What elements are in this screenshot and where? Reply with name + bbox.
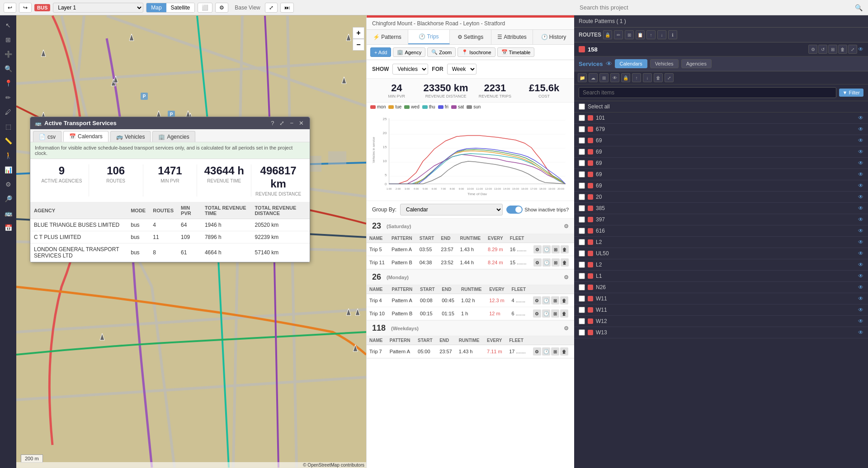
route-checkbox[interactable]: [579, 295, 585, 302]
list-item[interactable]: L1 👁: [574, 271, 868, 282]
settings-button[interactable]: ⚙: [215, 3, 228, 13]
route-checkbox[interactable]: [579, 262, 585, 268]
toggle-inactive-trips[interactable]: Show inactive trips?: [506, 206, 569, 214]
forward-button[interactable]: ⏭: [280, 3, 294, 13]
route-checkbox[interactable]: [579, 149, 585, 155]
route-158-expand-btn[interactable]: ⤢: [848, 45, 857, 54]
routes-lock-icon[interactable]: 🔒: [603, 30, 612, 39]
day-gear-icon[interactable]: ⚙: [564, 274, 569, 281]
filter-button[interactable]: ▼ Filter: [839, 89, 863, 97]
list-item[interactable]: 69 👁: [574, 135, 868, 146]
routes-edit-icon[interactable]: ✏: [614, 30, 623, 39]
trip-settings-btn[interactable]: ⚙: [533, 258, 542, 267]
route-eye-icon[interactable]: 👁: [858, 262, 863, 268]
timetable-button[interactable]: 📅 Timetable: [497, 47, 535, 57]
ats-tab-csv[interactable]: 📄 csv: [33, 131, 61, 142]
right-search-input[interactable]: [579, 87, 836, 98]
route-eye-icon[interactable]: 👁: [858, 284, 863, 290]
route-eye-icon[interactable]: 👁: [858, 194, 863, 200]
list-item[interactable]: L2 👁: [574, 237, 868, 248]
routes-down-icon[interactable]: ↓: [657, 30, 666, 39]
ats-tab-agencies[interactable]: 🏢 Agencies: [152, 131, 195, 142]
sidebar-cursor-icon[interactable]: ↖: [2, 19, 14, 32]
route-eye-icon[interactable]: 👁: [858, 273, 863, 279]
tab-attributes[interactable]: ☰ Attributes: [491, 30, 533, 44]
services-action-8[interactable]: 🗑: [654, 73, 663, 82]
trip-copy-btn[interactable]: ⊞: [551, 347, 559, 356]
trip-delete-btn[interactable]: 🗑: [560, 347, 568, 356]
trip-clock-btn[interactable]: 🕐: [542, 309, 550, 318]
list-item[interactable]: W11 👁: [574, 304, 868, 316]
route-checkbox[interactable]: [579, 126, 585, 132]
agency-button[interactable]: 🏢 Agency: [393, 47, 425, 57]
services-action-3[interactable]: ⊞: [599, 73, 609, 82]
route-eye-icon[interactable]: 👁: [858, 250, 863, 257]
services-action-1[interactable]: 📁: [578, 73, 587, 82]
route-eye-icon[interactable]: 👁: [858, 216, 863, 223]
ats-table-area[interactable]: AGENCY MODE ROUTES MIN PVR TOTAL REVENUE…: [30, 202, 310, 262]
route-checkbox[interactable]: [579, 239, 585, 245]
route-checkbox[interactable]: [579, 171, 585, 178]
sidebar-location-icon[interactable]: 📍: [2, 77, 14, 89]
route-checkbox[interactable]: [579, 329, 585, 336]
route-checkbox[interactable]: [579, 318, 585, 324]
week-select[interactable]: Week: [447, 64, 476, 75]
search-input[interactable]: [580, 4, 855, 11]
route-checkbox[interactable]: [579, 194, 585, 200]
route-checkbox[interactable]: [579, 307, 585, 313]
sidebar-edit-icon[interactable]: ✏: [2, 91, 14, 104]
list-item[interactable]: 397 👁: [574, 214, 868, 225]
sidebar-person-icon[interactable]: 🚶: [2, 149, 14, 162]
services-tab-vehicles[interactable]: Vehicles: [650, 59, 679, 68]
list-item[interactable]: L2 👁: [574, 259, 868, 271]
sidebar-calendar-icon[interactable]: 📅: [2, 221, 14, 234]
route-checkbox[interactable]: [579, 115, 585, 121]
trip-settings-btn[interactable]: ⚙: [533, 309, 541, 318]
list-item[interactable]: 616 👁: [574, 225, 868, 237]
ats-help-button[interactable]: ?: [269, 120, 275, 126]
vehicles-select[interactable]: Vehicles: [392, 64, 428, 75]
route-eye-icon[interactable]: 👁: [858, 137, 863, 144]
trip-clock-btn[interactable]: 🕐: [542, 347, 550, 356]
isochrone-button[interactable]: 📍 Isochrone: [458, 47, 495, 57]
routes-list[interactable]: 101 👁 679 👁 69 👁 69 👁 69 👁 69 👁: [574, 112, 868, 468]
route-eye-icon[interactable]: 👁: [858, 126, 863, 132]
select-all-checkbox[interactable]: [579, 103, 585, 110]
sidebar-draw-icon[interactable]: 🖊: [2, 106, 14, 118]
services-action-2[interactable]: ☁: [589, 73, 598, 82]
trip-delete-btn[interactable]: 🗑: [561, 245, 569, 253]
list-item[interactable]: 69 👁: [574, 169, 868, 180]
display-button[interactable]: ⬜: [198, 3, 212, 13]
toggle-switch-element[interactable]: [506, 206, 523, 214]
services-action-6[interactable]: ↑: [632, 73, 641, 82]
satellite-button[interactable]: Satellite: [166, 3, 195, 12]
route-eye-icon[interactable]: 👁: [858, 307, 863, 313]
route-158-duplicate-btn[interactable]: ⊞: [828, 45, 837, 54]
route-158-settings-btn[interactable]: ⚙: [808, 45, 817, 54]
services-tab-agencies[interactable]: Agencies: [681, 59, 712, 68]
route-eye-icon[interactable]: 👁: [858, 149, 863, 155]
services-action-5[interactable]: 🔒: [621, 73, 630, 82]
list-item[interactable]: N26 👁: [574, 282, 868, 293]
services-tab-calendars[interactable]: Calendars: [615, 59, 647, 68]
list-item[interactable]: 679 👁: [574, 124, 868, 135]
expand-button[interactable]: ⤢: [265, 3, 278, 13]
ats-minimize-button[interactable]: −: [288, 120, 295, 126]
trip-copy-btn[interactable]: ⊞: [551, 296, 559, 304]
routes-up-icon[interactable]: ↑: [646, 30, 656, 39]
trip-settings-btn[interactable]: ⚙: [533, 347, 541, 356]
trip-copy-btn[interactable]: ⊞: [551, 309, 559, 318]
services-action-7[interactable]: ↓: [643, 73, 652, 82]
sidebar-layers-icon[interactable]: ⊞: [2, 33, 14, 46]
day-gear-icon[interactable]: ⚙: [564, 223, 569, 229]
routes-paste-icon[interactable]: 📋: [636, 30, 645, 39]
route-checkbox[interactable]: [579, 284, 585, 290]
zoom-in-button[interactable]: +: [353, 27, 364, 39]
list-item[interactable]: 20 👁: [574, 192, 868, 203]
trips-section[interactable]: 23 (Saturday) ⚙ NAMEPATTERNSTARTENDRUNTI…: [367, 219, 574, 468]
add-button[interactable]: + Add: [370, 47, 391, 57]
sidebar-magnify-icon[interactable]: 🔎: [2, 192, 14, 205]
tab-history[interactable]: 🕐 History: [533, 30, 574, 44]
route-checkbox[interactable]: [579, 273, 585, 279]
ats-tab-vehicles[interactable]: 🚌 Vehicles: [110, 131, 151, 142]
